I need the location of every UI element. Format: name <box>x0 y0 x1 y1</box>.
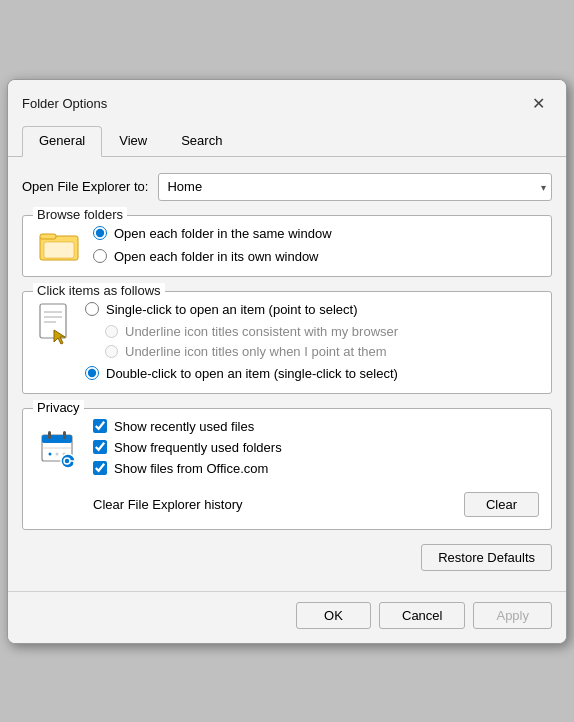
browse-folder-options: Open each folder in the same window Open… <box>93 226 332 264</box>
office-files-label[interactable]: Show files from Office.com <box>114 461 268 476</box>
click-icon-svg <box>36 302 74 346</box>
restore-defaults-button[interactable]: Restore Defaults <box>421 544 552 571</box>
browse-folder-icon <box>38 228 80 262</box>
tab-search[interactable]: Search <box>164 126 239 156</box>
cancel-button[interactable]: Cancel <box>379 602 465 629</box>
frequent-folders-label[interactable]: Show frequently used folders <box>114 440 282 455</box>
svg-rect-10 <box>63 431 66 439</box>
browse-folders-label: Browse folders <box>33 207 127 222</box>
own-window-label[interactable]: Open each folder in its own window <box>114 249 319 264</box>
click-radios: Single-click to open an item (point to s… <box>85 302 398 381</box>
restore-row: Restore Defaults <box>22 544 552 571</box>
single-click-label[interactable]: Single-click to open an item (point to s… <box>106 302 357 317</box>
privacy-label: Privacy <box>33 400 84 415</box>
underline-hover-radio <box>105 345 118 358</box>
clear-history-row: Clear File Explorer history Clear <box>93 492 539 517</box>
dialog-footer: OK Cancel Apply <box>8 591 566 643</box>
browse-folders-group: Browse folders Open each folder in the s… <box>22 215 552 277</box>
title-bar: Folder Options ✕ <box>8 80 566 118</box>
folder-icon-container <box>35 226 83 264</box>
recent-files-option: Show recently used files <box>93 419 539 434</box>
open-to-label: Open File Explorer to: <box>22 179 148 194</box>
office-files-checkbox[interactable] <box>93 461 107 475</box>
folder-options-dialog: Folder Options ✕ General View Search Ope… <box>7 79 567 644</box>
click-items-label: Click items as follows <box>33 283 165 298</box>
underline-options: Underline icon titles consistent with my… <box>105 324 398 359</box>
same-window-option: Open each folder in the same window <box>93 226 332 241</box>
svg-rect-1 <box>40 234 56 239</box>
underline-hover-option: Underline icon titles only when I point … <box>105 344 398 359</box>
privacy-icon-container <box>35 419 83 517</box>
tab-view[interactable]: View <box>102 126 164 156</box>
open-to-dropdown[interactable]: Home This PC <box>158 173 552 201</box>
privacy-inner: Show recently used files Show frequently… <box>35 419 539 517</box>
double-click-option: Double-click to open an item (single-cli… <box>85 366 398 381</box>
recent-files-checkbox[interactable] <box>93 419 107 433</box>
same-window-radio[interactable] <box>93 226 107 240</box>
underline-browser-label: Underline icon titles consistent with my… <box>125 324 398 339</box>
privacy-checkboxes: Show recently used files Show frequently… <box>93 419 539 517</box>
click-items-group: Click items as follows <box>22 291 552 394</box>
open-to-row: Open File Explorer to: Home This PC ▾ <box>22 173 552 201</box>
privacy-group: Privacy <box>22 408 552 530</box>
frequent-folders-option: Show frequently used folders <box>93 440 539 455</box>
double-click-label[interactable]: Double-click to open an item (single-cli… <box>106 366 398 381</box>
tab-general[interactable]: General <box>22 126 102 157</box>
own-window-radio[interactable] <box>93 249 107 263</box>
dialog-title: Folder Options <box>22 96 107 111</box>
underline-browser-option: Underline icon titles consistent with my… <box>105 324 398 339</box>
recent-files-label[interactable]: Show recently used files <box>114 419 254 434</box>
tab-bar: General View Search <box>8 118 566 157</box>
svg-rect-9 <box>48 431 51 439</box>
privacy-icon-svg <box>38 421 80 471</box>
apply-button[interactable]: Apply <box>473 602 552 629</box>
main-content: Open File Explorer to: Home This PC ▾ Br… <box>8 157 566 591</box>
single-click-option: Single-click to open an item (point to s… <box>85 302 398 317</box>
clear-button[interactable]: Clear <box>464 492 539 517</box>
office-files-option: Show files from Office.com <box>93 461 539 476</box>
open-to-dropdown-container: Home This PC ▾ <box>158 173 552 201</box>
same-window-label[interactable]: Open each folder in the same window <box>114 226 332 241</box>
single-click-radio[interactable] <box>85 302 99 316</box>
frequent-folders-checkbox[interactable] <box>93 440 107 454</box>
svg-rect-8 <box>42 435 72 443</box>
underline-hover-label: Underline icon titles only when I point … <box>125 344 387 359</box>
svg-point-12 <box>49 452 52 455</box>
clear-history-text: Clear File Explorer history <box>93 497 243 512</box>
underline-browser-radio <box>105 325 118 338</box>
close-button[interactable]: ✕ <box>524 90 552 118</box>
ok-button[interactable]: OK <box>296 602 371 629</box>
svg-point-13 <box>56 452 59 455</box>
svg-rect-3 <box>40 304 66 338</box>
svg-rect-2 <box>44 242 74 258</box>
click-icon-container <box>35 302 75 346</box>
own-window-option: Open each folder in its own window <box>93 249 332 264</box>
click-items-inner: Single-click to open an item (point to s… <box>35 302 539 381</box>
double-click-radio[interactable] <box>85 366 99 380</box>
browse-folders-inner: Open each folder in the same window Open… <box>35 226 539 264</box>
